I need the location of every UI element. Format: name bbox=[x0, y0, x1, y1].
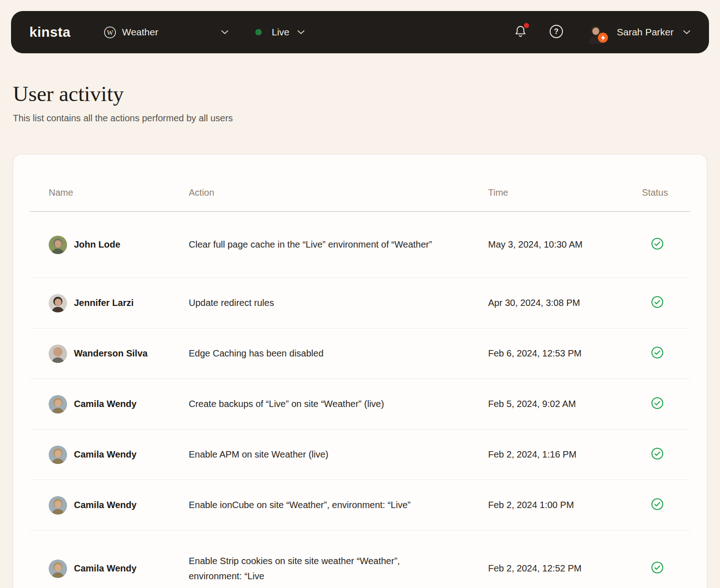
action-description: Update redirect rules bbox=[189, 295, 453, 311]
help-button[interactable]: ? bbox=[549, 24, 563, 40]
user-activity-card: Name Action Time Status John Lode Clear … bbox=[13, 154, 707, 588]
status-cell bbox=[642, 296, 690, 310]
check-circle-icon bbox=[651, 561, 664, 576]
user-name: Camila Wendy bbox=[74, 563, 136, 574]
environment-label: Live bbox=[272, 27, 290, 38]
user-name: John Lode bbox=[74, 239, 120, 250]
check-circle-icon bbox=[651, 346, 664, 361]
user-name: Camila Wendy bbox=[74, 449, 136, 460]
table-row: Camila Wendy Enable Strip cookies on sit… bbox=[30, 531, 690, 588]
lightning-badge-icon bbox=[598, 33, 608, 43]
avatar bbox=[49, 496, 67, 514]
table-row: Camila Wendy Enable APM on site Weather … bbox=[30, 430, 690, 480]
avatar bbox=[49, 395, 67, 413]
table-row: John Lode Clear full page cache in the “… bbox=[30, 212, 690, 278]
status-cell bbox=[642, 498, 690, 512]
notifications-button[interactable] bbox=[514, 24, 527, 40]
notification-alert-dot bbox=[524, 23, 529, 28]
kinsta-logo: kinsta bbox=[29, 24, 71, 40]
table-row: Camila Wendy Enable ionCube on site “Wea… bbox=[30, 480, 690, 531]
live-status-dot bbox=[255, 29, 262, 35]
action-time: Apr 30, 2024, 3:08 PM bbox=[488, 298, 642, 308]
chevron-down-icon bbox=[683, 30, 691, 34]
check-circle-icon bbox=[651, 447, 664, 462]
chevron-down-icon bbox=[297, 30, 305, 34]
avatar bbox=[49, 446, 67, 464]
help-icon: ? bbox=[549, 24, 563, 40]
action-time: Feb 5, 2024, 9:02 AM bbox=[488, 399, 642, 409]
svg-text:?: ? bbox=[554, 28, 559, 35]
page-title: User activity bbox=[13, 81, 707, 107]
status-cell bbox=[642, 397, 690, 411]
action-description: Clear full page cache in the “Live” envi… bbox=[189, 237, 453, 252]
table-row: Wanderson Silva Edge Caching has been di… bbox=[30, 328, 690, 379]
status-cell bbox=[642, 447, 690, 462]
column-header-time: Time bbox=[488, 187, 642, 198]
action-time: Feb 6, 2024, 12:53 PM bbox=[488, 348, 642, 359]
environment-selector-dropdown[interactable]: Live bbox=[255, 27, 305, 38]
avatar bbox=[49, 345, 67, 363]
check-circle-icon bbox=[651, 498, 664, 512]
table-row: Jennifer Larzi Update redirect rules Apr… bbox=[30, 278, 690, 328]
status-cell bbox=[642, 237, 690, 252]
column-header-action: Action bbox=[189, 187, 488, 198]
page-header: User activity This list contains all the… bbox=[13, 81, 707, 124]
avatar bbox=[49, 560, 67, 578]
top-navbar: kinsta W Weather Live bbox=[11, 11, 709, 53]
status-cell bbox=[642, 346, 690, 361]
site-selector-dropdown[interactable]: W Weather bbox=[104, 26, 229, 39]
table-row: Camila Wendy Create backups of “Live” on… bbox=[30, 379, 690, 430]
user-name: Camila Wendy bbox=[74, 399, 136, 409]
action-description: Enable APM on site Weather (live) bbox=[189, 447, 453, 462]
action-time: May 3, 2024, 10:30 AM bbox=[488, 239, 642, 250]
action-description: Create backups of “Live” on site “Weathe… bbox=[189, 396, 453, 412]
action-description: Edge Caching has been disabled bbox=[189, 346, 453, 361]
action-description: Enable Strip cookies on site site weathe… bbox=[189, 554, 453, 584]
column-header-name: Name bbox=[49, 187, 189, 198]
check-circle-icon bbox=[651, 237, 664, 252]
user-name: Camila Wendy bbox=[74, 500, 136, 510]
avatar bbox=[49, 236, 67, 254]
user-name: Jennifer Larzi bbox=[74, 298, 134, 308]
navbar-right-actions: ? Sarah Parker bbox=[514, 23, 691, 41]
action-time: Feb 2, 2024, 1:16 PM bbox=[488, 449, 642, 460]
page-subtitle: This list contains all the actions perfo… bbox=[13, 113, 707, 124]
chevron-down-icon bbox=[221, 30, 229, 34]
wordpress-icon: W bbox=[104, 26, 116, 39]
table-header-row: Name Action Time Status bbox=[30, 154, 690, 212]
action-description: Enable ionCube on site “Weather”, enviro… bbox=[189, 498, 453, 513]
check-circle-icon bbox=[651, 397, 664, 411]
action-time: Feb 2, 2024 1:00 PM bbox=[488, 500, 642, 510]
user-menu-dropdown[interactable]: Sarah Parker bbox=[586, 23, 691, 41]
action-time: Feb 2, 2024, 12:52 PM bbox=[488, 563, 642, 574]
user-avatar bbox=[586, 23, 605, 41]
user-name: Wanderson Silva bbox=[74, 348, 147, 359]
user-name: Sarah Parker bbox=[617, 27, 674, 38]
svg-text:W: W bbox=[107, 28, 113, 36]
site-selector-label: Weather bbox=[122, 27, 158, 38]
check-circle-icon bbox=[651, 296, 664, 310]
avatar bbox=[49, 294, 67, 312]
column-header-status: Status bbox=[642, 187, 690, 198]
status-cell bbox=[642, 561, 690, 576]
